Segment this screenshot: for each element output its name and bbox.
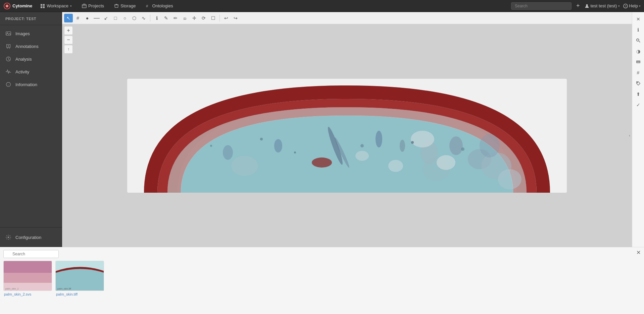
zoom-out-button[interactable]: − xyxy=(64,36,73,44)
right-icon-check[interactable]: ✓ xyxy=(633,100,643,110)
sidebar-label-activity: Activity xyxy=(15,69,29,74)
svg-point-43 xyxy=(461,147,464,151)
tool-move[interactable]: ✛ xyxy=(190,14,199,22)
tool-info[interactable]: ℹ xyxy=(152,14,161,22)
svg-point-48 xyxy=(637,82,638,83)
nav-projects[interactable]: Projects xyxy=(80,2,106,10)
nav-help[interactable]: ? Help ▾ xyxy=(623,3,641,8)
zoom-reset-button[interactable]: ↑ xyxy=(64,45,73,54)
zoom-in-button[interactable]: + xyxy=(64,26,73,35)
right-icon-tag[interactable] xyxy=(633,78,643,88)
right-icon-close[interactable]: ✕ xyxy=(633,14,643,24)
nav-ontologies[interactable]: # Ontologies xyxy=(144,2,175,10)
tool-edit[interactable]: ✎ xyxy=(162,14,170,22)
bottom-search-input[interactable] xyxy=(3,250,59,258)
nav-right: + test test (test) ▾ ? Help ▾ xyxy=(511,2,641,10)
right-icon-layers[interactable] xyxy=(633,57,643,67)
thumbnail-card-thumb2[interactable]: palm_skin.tiff palm_skin.tiff xyxy=(55,261,104,298)
right-icon-search[interactable] xyxy=(633,36,643,46)
sidebar-label-information: Information xyxy=(15,82,37,87)
svg-text:?: ? xyxy=(625,4,627,8)
svg-point-9 xyxy=(586,4,588,6)
nav-user[interactable]: test test (test) ▾ xyxy=(585,3,620,8)
canvas-area[interactable]: + − ↑ xyxy=(62,24,632,247)
svg-point-21 xyxy=(274,139,282,152)
tool-redo[interactable]: ↪ xyxy=(231,14,240,22)
tool-rectangle[interactable]: □ xyxy=(111,14,120,22)
sidebar-label-annotations: Annotations xyxy=(15,44,39,49)
tool-select[interactable]: ↖ xyxy=(64,14,73,22)
nav-add-button[interactable]: + xyxy=(575,2,581,9)
tool-undo[interactable]: ↩ xyxy=(222,14,231,22)
svg-point-31 xyxy=(231,156,258,176)
svg-text:i: i xyxy=(8,83,9,86)
svg-rect-7 xyxy=(82,4,86,8)
nav-search-input[interactable] xyxy=(511,2,572,10)
svg-point-42 xyxy=(411,141,414,144)
nav-storage[interactable]: Storage xyxy=(112,2,138,10)
toolbar-sep-2 xyxy=(219,15,220,21)
tool-hashtag[interactable]: # xyxy=(73,14,82,22)
tool-freehand2[interactable]: ∿ xyxy=(139,14,148,22)
sidebar-item-analysis[interactable]: Analysis xyxy=(0,53,62,65)
right-sidebar: ✕ ℹ ◑ # ⬆ ✓ xyxy=(632,12,644,247)
sidebar-item-information[interactable]: i Information xyxy=(0,78,62,91)
tool-point[interactable]: ● xyxy=(83,14,92,22)
svg-rect-5 xyxy=(41,6,42,8)
svg-point-14 xyxy=(8,45,9,47)
thumbnails-row: palm_skin_2 palm_skin_2.svs palm_skin.ti… xyxy=(0,261,644,298)
top-nav: Cytomine Workspace ▾ Projects Storage # … xyxy=(0,0,644,12)
sidebar-item-configuration[interactable]: Configuration xyxy=(0,231,62,244)
right-icon-upload[interactable]: ⬆ xyxy=(633,89,643,99)
thumbnail-img-thumb1: palm_skin_2 xyxy=(3,261,52,291)
svg-text:palm_skin.tiff: palm_skin.tiff xyxy=(57,288,71,290)
svg-rect-6 xyxy=(43,6,45,8)
nav-workspace[interactable]: Workspace ▾ xyxy=(38,2,74,10)
tool-correct[interactable]: ⎄ xyxy=(181,14,189,22)
svg-point-27 xyxy=(400,140,405,152)
help-dropdown-arrow: ▾ xyxy=(639,4,641,8)
right-icon-info[interactable]: ℹ xyxy=(633,25,643,35)
nav-user-label: test test (test) xyxy=(591,3,617,8)
svg-point-25 xyxy=(223,145,233,160)
left-sidebar: PROJECT: TEST Images Annotations Analysi… xyxy=(0,12,62,247)
tool-freehand[interactable]: ↙ xyxy=(102,14,110,22)
svg-rect-4 xyxy=(43,4,45,5)
tool-circle[interactable]: ○ xyxy=(120,14,129,22)
nav-projects-label: Projects xyxy=(88,3,104,8)
nav-workspace-label: Workspace xyxy=(47,3,68,8)
thumbnail-card-thumb1[interactable]: palm_skin_2 palm_skin_2.svs xyxy=(3,261,52,298)
svg-point-38 xyxy=(388,160,403,172)
svg-text:#: # xyxy=(146,4,148,8)
app-logo[interactable]: Cytomine xyxy=(3,2,32,10)
svg-rect-50 xyxy=(4,261,52,273)
svg-rect-3 xyxy=(41,4,42,5)
svg-rect-47 xyxy=(636,62,640,63)
tool-delete[interactable]: ☐ xyxy=(209,14,217,22)
sidebar-nav: Images Annotations Analysis Activity i I… xyxy=(0,25,62,227)
svg-point-2 xyxy=(6,5,8,7)
thumbnail-label-thumb2: palm_skin.tiff xyxy=(55,291,104,298)
tool-edit2[interactable]: ✏ xyxy=(171,14,180,22)
right-icon-contrast[interactable]: ◑ xyxy=(633,46,643,56)
bottom-panel-close[interactable]: ✕ xyxy=(636,249,641,256)
svg-point-29 xyxy=(480,134,500,158)
sidebar-label-analysis: Analysis xyxy=(15,57,32,62)
sidebar-item-activity[interactable]: Activity xyxy=(0,65,62,78)
svg-point-26 xyxy=(376,131,382,147)
tool-line[interactable]: — xyxy=(92,14,101,22)
sidebar-collapse-button[interactable]: ‹ xyxy=(627,129,632,142)
histology-image xyxy=(127,79,567,193)
sidebar-item-annotations[interactable]: Annotations xyxy=(0,40,62,53)
sidebar-bottom: Configuration xyxy=(0,227,62,247)
svg-point-36 xyxy=(437,155,455,170)
svg-rect-46 xyxy=(636,61,640,62)
tool-refresh[interactable]: ⟳ xyxy=(199,14,208,22)
sidebar-item-images[interactable]: Images xyxy=(0,27,62,40)
right-icon-hashtag[interactable]: # xyxy=(633,68,643,78)
body: PROJECT: TEST Images Annotations Analysi… xyxy=(0,12,644,247)
thumbnail-img-thumb2: palm_skin.tiff xyxy=(55,261,104,291)
tool-polygon[interactable]: ⬡ xyxy=(130,14,139,22)
viewer-toolbar: ↖ # ● — ↙ □ ○ ⬡ ∿ ℹ ✎ ✏ ⎄ ✛ ⟳ ☐ ↩ ↪ xyxy=(62,12,632,24)
svg-point-23 xyxy=(449,136,463,155)
